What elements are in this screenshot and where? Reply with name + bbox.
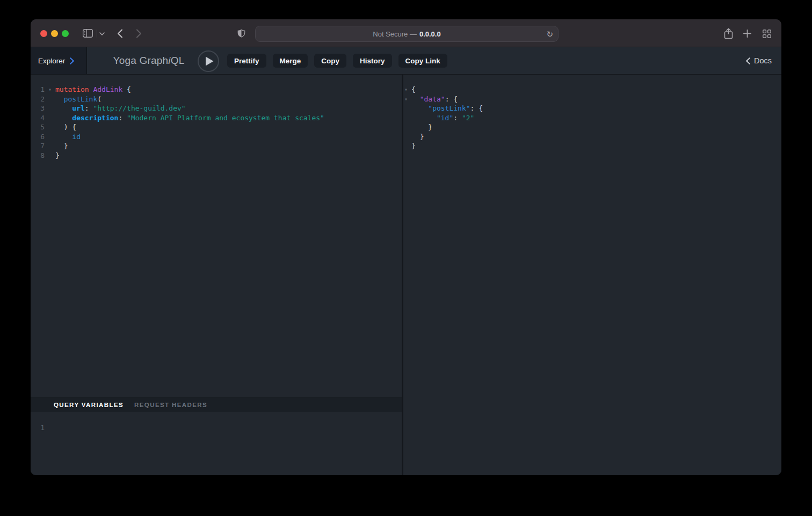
code-line: 1▾mutation AddLink {: [31, 85, 402, 95]
line-number: 1: [31, 423, 45, 433]
line-number: 5: [31, 122, 45, 132]
code-text: {: [411, 85, 781, 95]
code-line: 3 url: "http://the-guild.dev": [31, 104, 402, 113]
docs-toggle[interactable]: Docs: [746, 47, 772, 74]
code-text: }: [411, 141, 781, 151]
fold-spacer: [45, 95, 55, 104]
code-text: }: [55, 141, 402, 151]
play-icon: [205, 56, 214, 66]
graphiql-toolbar: Explorer Yoga GraphiQL Prettify Merge Co…: [31, 47, 781, 75]
toolbar-buttons: Prettify Merge Copy History Copy Link: [227, 54, 447, 68]
browser-chrome: Not Secure — 0.0.0.0 ↻: [31, 19, 781, 47]
new-tab-icon[interactable]: [743, 30, 751, 38]
chrome-divider: [97, 30, 97, 38]
share-icon[interactable]: [724, 28, 733, 39]
code-line: }: [403, 132, 781, 142]
back-button-icon[interactable]: [117, 29, 123, 38]
execute-query-button[interactable]: [198, 50, 219, 72]
main-split: 1▾mutation AddLink {2 postLink(3 url: "h…: [31, 75, 781, 475]
fold-spacer: [403, 122, 411, 132]
line-number: 2: [31, 95, 45, 104]
line-number: 6: [31, 132, 45, 142]
url-host: 0.0.0.0: [419, 30, 441, 38]
fold-arrow-icon[interactable]: ▾: [403, 95, 411, 104]
zoom-window-button[interactable]: [62, 30, 69, 37]
fold-spacer: [403, 113, 411, 123]
line-number: 4: [31, 113, 45, 123]
code-text: ) {: [55, 122, 402, 132]
code-text: }: [411, 122, 781, 132]
line-number: 1: [31, 85, 45, 95]
code-line: 4 description: "Modern API Platform and …: [31, 113, 402, 123]
fold-spacer: [403, 104, 411, 113]
fold-arrow-icon[interactable]: ▾: [45, 85, 55, 95]
line-number: 8: [31, 151, 45, 161]
code-text: postLink(: [55, 95, 402, 104]
security-label: Not Secure —: [373, 30, 417, 38]
line-number: 7: [31, 141, 45, 151]
code-line: 2 postLink(: [31, 95, 402, 104]
explorer-label: Explorer: [38, 57, 65, 65]
code-text: url: "http://the-guild.dev": [55, 104, 402, 113]
code-line: 5 ) {: [31, 122, 402, 132]
code-text: mutation AddLink {: [55, 85, 402, 95]
query-editor[interactable]: 1▾mutation AddLink {2 postLink(3 url: "h…: [31, 75, 402, 397]
fold-arrow-icon[interactable]: ▾: [403, 85, 411, 95]
prettify-button[interactable]: Prettify: [227, 54, 266, 68]
fold-spacer: [45, 141, 55, 151]
tab-overview-icon[interactable]: [763, 30, 771, 38]
code-line: 6 id: [31, 132, 402, 142]
chevron-right-icon: [70, 57, 74, 64]
merge-button[interactable]: Merge: [273, 54, 308, 68]
tab-query-variables[interactable]: QUERY VARIABLES: [54, 402, 124, 408]
code-text: }: [55, 151, 402, 161]
code-line: "id": "2": [403, 113, 781, 123]
code-text: description: "Modern API Platform and ec…: [55, 113, 402, 123]
code-text: id: [55, 132, 402, 142]
traffic-lights: [40, 30, 69, 37]
privacy-shield-icon[interactable]: [237, 28, 245, 39]
code-line: ▾ "data": {: [403, 95, 781, 104]
fold-spacer: [45, 113, 55, 123]
browser-window: Not Secure — 0.0.0.0 ↻: [31, 19, 781, 475]
chevron-left-icon: [746, 57, 750, 64]
secondary-editor-tabs: QUERY VARIABLES REQUEST HEADERS: [31, 397, 402, 412]
fold-spacer: [403, 132, 411, 142]
code-line: 7 }: [31, 141, 402, 151]
fold-spacer: [403, 141, 411, 151]
docs-label: Docs: [754, 56, 772, 65]
code-line: }: [403, 122, 781, 132]
forward-button-icon[interactable]: [136, 29, 142, 38]
code-text: "data": {: [411, 95, 781, 104]
fold-spacer: [45, 132, 55, 142]
address-bar[interactable]: Not Secure — 0.0.0.0 ↻: [255, 26, 559, 42]
tab-request-headers[interactable]: REQUEST HEADERS: [134, 402, 207, 408]
code-line: }: [403, 141, 781, 151]
fold-spacer: [45, 423, 55, 433]
explorer-toggle[interactable]: Explorer: [31, 47, 87, 74]
reload-icon[interactable]: ↻: [546, 30, 553, 38]
copy-button[interactable]: Copy: [314, 54, 346, 68]
code-text: "id": "2": [411, 113, 781, 123]
code-text: "postLink": {: [411, 104, 781, 113]
query-pane: 1▾mutation AddLink {2 postLink(3 url: "h…: [31, 75, 402, 475]
fold-spacer: [45, 122, 55, 132]
code-line: 1: [31, 423, 402, 433]
copy-link-button[interactable]: Copy Link: [398, 54, 447, 68]
history-button[interactable]: History: [353, 54, 392, 68]
fold-spacer: [45, 151, 55, 161]
fold-spacer: [45, 104, 55, 113]
sidebar-toggle-icon[interactable]: [83, 29, 93, 38]
close-window-button[interactable]: [40, 30, 47, 37]
code-text: [55, 423, 402, 433]
query-variables-editor[interactable]: 1: [31, 412, 402, 475]
code-line: ▾{: [403, 85, 781, 95]
response-viewer: ▾{▾ "data": { "postLink": { "id": "2" } …: [403, 75, 781, 151]
response-pane: ▾{▾ "data": { "postLink": { "id": "2" } …: [403, 75, 781, 475]
chevron-down-icon[interactable]: [99, 32, 105, 35]
minimize-window-button[interactable]: [51, 30, 58, 37]
app-title: Yoga GraphiQL: [95, 47, 202, 74]
code-line: "postLink": {: [403, 104, 781, 113]
code-line: 8}: [31, 151, 402, 161]
code-text: }: [411, 132, 781, 142]
